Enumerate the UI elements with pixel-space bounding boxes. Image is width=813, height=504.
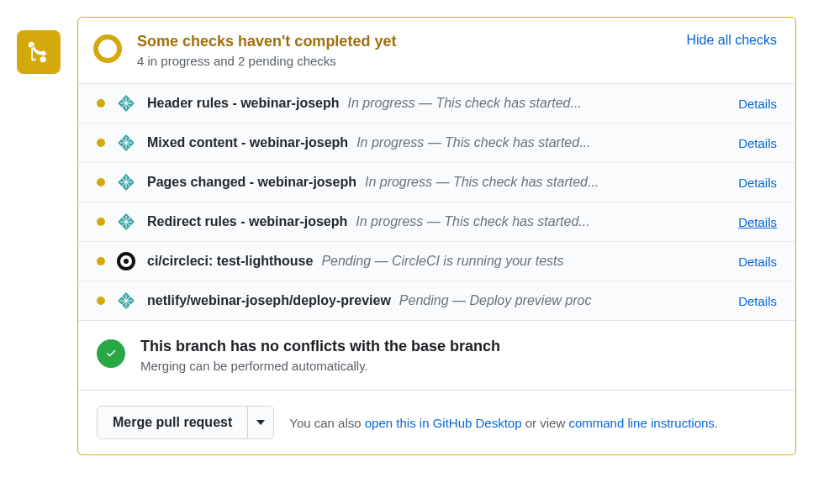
check-service-icon [117, 252, 135, 270]
check-status: In progress — This check has started... [348, 96, 582, 110]
timeline-container: Some checks haven't completed yet 4 in p… [17, 17, 796, 455]
check-text: Pages changed - webinar-josephIn progres… [147, 175, 726, 190]
check-row: Mixed content - webinar-josephIn progres… [78, 123, 795, 163]
check-row: Pages changed - webinar-josephIn progres… [78, 163, 795, 202]
conflicts-subtitle: Merging can be performed automatically. [140, 359, 500, 373]
git-merge-icon [27, 40, 50, 64]
check-status: Pending — CircleCI is running your tests [321, 254, 563, 268]
check-details-link[interactable]: Details [738, 97, 777, 111]
check-service-icon [117, 134, 135, 152]
netlify-icon [117, 94, 135, 113]
check-text: Mixed content - webinar-josephIn progres… [147, 135, 726, 150]
merge-pr-button[interactable]: Merge pull request [97, 406, 248, 439]
pending-dot-icon [97, 297, 105, 305]
check-status: In progress — This check has started... [356, 214, 589, 228]
check-row: Redirect rules - webinar-josephIn progre… [78, 202, 795, 242]
open-desktop-link[interactable]: open this in GitHub Desktop [365, 416, 522, 430]
check-service-icon [117, 94, 135, 113]
cli-instructions-link[interactable]: command line instructions [568, 416, 714, 430]
check-details-link[interactable]: Details [738, 176, 777, 190]
help-mid: or view [522, 416, 569, 430]
pending-dot-icon [97, 218, 105, 226]
help-suffix: . [715, 416, 718, 430]
pending-dot-icon [97, 178, 105, 186]
merge-help-text: You can also open this in GitHub Desktop… [289, 416, 718, 430]
success-icon [97, 339, 125, 368]
circleci-icon [117, 252, 135, 270]
hide-all-checks-link[interactable]: Hide all checks [686, 33, 777, 48]
netlify-icon [117, 134, 135, 152]
check-details-link[interactable]: Details [738, 294, 777, 308]
merge-badge [17, 30, 61, 74]
pending-dot-icon [97, 257, 105, 265]
merge-panel: Some checks haven't completed yet 4 in p… [77, 17, 796, 455]
netlify-icon [117, 213, 135, 231]
help-prefix: You can also [289, 416, 365, 430]
check-name: Pages changed - webinar-joseph [147, 175, 356, 189]
check-name: Redirect rules - webinar-joseph [147, 214, 347, 228]
check-text: Redirect rules - webinar-josephIn progre… [147, 214, 726, 229]
check-row: ci/circleci: test-lighthousePending — Ci… [78, 242, 795, 281]
check-text: netlify/webinar-joseph/deploy-previewPen… [147, 293, 726, 308]
check-service-icon [117, 291, 135, 310]
check-row: netlify/webinar-joseph/deploy-previewPen… [78, 281, 795, 320]
conflicts-title: This branch has no conflicts with the ba… [140, 338, 500, 355]
pending-dot-icon [97, 99, 105, 108]
check-status: Pending — Deploy preview proc [399, 293, 592, 307]
check-row: Header rules - webinar-josephIn progress… [78, 84, 795, 123]
caret-down-icon [256, 420, 265, 425]
conflicts-section: This branch has no conflicts with the ba… [78, 321, 795, 391]
check-details-link[interactable]: Details [738, 215, 777, 229]
checks-list: Header rules - webinar-josephIn progress… [78, 84, 795, 321]
check-name: netlify/webinar-joseph/deploy-preview [147, 293, 391, 307]
check-details-link[interactable]: Details [738, 255, 777, 269]
check-name: Header rules - webinar-joseph [147, 96, 340, 110]
pending-dot-icon [97, 139, 105, 147]
check-status: In progress — This check has started... [356, 135, 590, 150]
check-details-link[interactable]: Details [738, 136, 777, 150]
netlify-icon [117, 173, 135, 192]
check-name: ci/circleci: test-lighthouse [147, 254, 313, 268]
check-status: In progress — This check has started... [365, 175, 599, 189]
merge-section: Merge pull request You can also open thi… [78, 391, 795, 454]
status-title: Some checks haven't completed yet [137, 33, 396, 50]
check-service-icon [117, 213, 135, 231]
status-subtitle: 4 in progress and 2 pending checks [137, 54, 396, 68]
check-icon [104, 347, 118, 360]
check-name: Mixed content - webinar-joseph [147, 135, 348, 150]
merge-options-dropdown[interactable] [248, 406, 274, 439]
check-text: ci/circleci: test-lighthousePending — Ci… [147, 254, 726, 269]
check-service-icon [117, 173, 135, 192]
pending-ring-icon [93, 34, 122, 63]
check-text: Header rules - webinar-josephIn progress… [147, 96, 726, 111]
status-header: Some checks haven't completed yet 4 in p… [78, 18, 795, 84]
svg-point-21 [124, 259, 129, 264]
netlify-icon [117, 291, 135, 310]
merge-button-group: Merge pull request [97, 406, 274, 439]
